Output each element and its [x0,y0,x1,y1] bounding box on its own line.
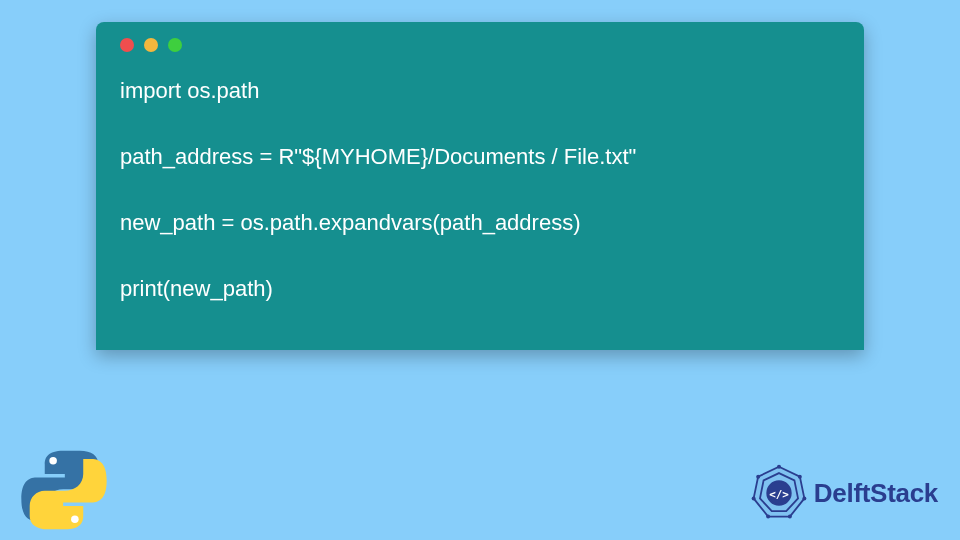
svg-point-7 [798,475,802,479]
svg-point-11 [751,496,755,500]
delftstack-badge-icon: </> [750,464,808,522]
svg-point-0 [49,457,57,465]
svg-point-9 [788,515,792,519]
svg-point-1 [71,516,79,524]
python-logo-icon [18,444,110,536]
close-icon [120,38,134,52]
svg-point-6 [777,465,781,469]
delftstack-name: DelftStack [814,478,938,509]
code-block: import os.path path_address = R"${MYHOME… [96,22,864,350]
svg-point-10 [766,515,770,519]
delftstack-logo: </> DelftStack [750,464,938,522]
minimize-icon [144,38,158,52]
svg-text:</>: </> [769,488,789,501]
maximize-icon [168,38,182,52]
svg-point-12 [756,475,760,479]
window-traffic-lights [120,38,840,52]
code-content: import os.path path_address = R"${MYHOME… [120,74,840,305]
svg-point-8 [802,496,806,500]
